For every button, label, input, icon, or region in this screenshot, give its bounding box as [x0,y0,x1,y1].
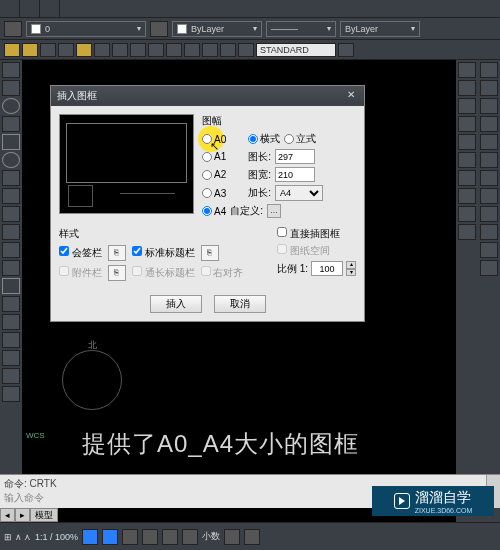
tool-hatch-icon[interactable] [2,188,20,204]
linetype-dropdown[interactable]: ———▾ [266,21,336,37]
status-btn[interactable] [224,529,240,545]
tool-pline-icon[interactable] [2,80,20,96]
custom-browse-button[interactable]: … [267,204,281,218]
mod-icon[interactable] [458,98,476,114]
view-compass[interactable]: 北 [62,350,122,410]
mod-icon[interactable] [480,170,498,186]
tool-region-icon[interactable] [2,278,20,294]
tool-arc-icon[interactable] [2,116,20,132]
radio-a2[interactable]: A2 [202,169,226,180]
tool-icon[interactable] [112,43,128,57]
cb-direct-insert[interactable]: 直接插图框 [277,227,356,241]
tool-text-icon[interactable] [2,224,20,240]
cb-paper-space[interactable]: 图纸空间 [277,244,356,258]
tool-icon[interactable] [2,296,20,312]
tool-line-icon[interactable] [2,62,20,78]
radio-vertical[interactable]: 立式 [284,132,316,146]
cb-signature[interactable]: 会签栏 [59,246,102,260]
mod-icon[interactable] [458,134,476,150]
tool-icon[interactable] [4,43,20,57]
mod-icon[interactable] [480,242,498,258]
color-dropdown[interactable]: ByLayer▾ [172,21,262,37]
scale-spinner[interactable]: ▴▾ [346,261,356,276]
mod-icon[interactable] [458,80,476,96]
extend-select[interactable]: A4 [275,185,323,201]
length-input[interactable] [275,149,315,164]
dialog-titlebar[interactable]: 插入图框 ✕ [51,86,364,106]
scale-input[interactable] [311,261,343,276]
tool-spline-icon[interactable] [2,170,20,186]
status-btn[interactable] [82,529,98,545]
tool-icon[interactable] [58,43,74,57]
tool-icon[interactable] [2,350,20,366]
status-btn[interactable] [162,529,178,545]
status-btn[interactable] [122,529,138,545]
tool-icon[interactable] [40,43,56,57]
mod-icon[interactable] [480,62,498,78]
mod-icon[interactable] [458,152,476,168]
cb-right-align[interactable]: 右对齐 [201,266,244,280]
radio-horizontal[interactable]: 横式 [248,132,280,146]
tool-icon[interactable] [338,43,354,57]
insert-button[interactable]: 插入 [150,295,202,313]
mod-icon[interactable] [480,260,498,276]
layer-icon[interactable] [4,21,22,37]
close-icon[interactable]: ✕ [344,89,358,103]
mod-icon[interactable] [458,188,476,204]
tool-icon[interactable] [2,386,20,402]
lineweight-dropdown[interactable]: ByLayer▾ [340,21,420,37]
tool-icon[interactable] [238,43,254,57]
tool-icon[interactable] [202,43,218,57]
tool-icon[interactable] [220,43,236,57]
status-btn[interactable] [142,529,158,545]
std-browse-button[interactable]: ⎘ [201,245,219,261]
tool-rect-icon[interactable] [2,134,20,150]
tool-icon[interactable] [184,43,200,57]
tool-icon[interactable] [166,43,182,57]
status-btn[interactable] [244,529,260,545]
tool-icon[interactable] [22,43,38,57]
mod-icon[interactable] [480,224,498,240]
tool-circle-icon[interactable] [2,98,20,114]
tool-icon[interactable] [148,43,164,57]
status-btn[interactable] [102,529,118,545]
mod-icon[interactable] [458,224,476,240]
mod-icon[interactable] [458,62,476,78]
mod-icon[interactable] [480,98,498,114]
tab-nav-right[interactable]: ▸ [15,508,30,522]
tab-model[interactable]: 模型 [30,508,58,522]
tool-icon[interactable] [130,43,146,57]
att-browse-button[interactable]: ⎘ [108,265,126,281]
mod-icon[interactable] [480,188,498,204]
tool-icon[interactable] [76,43,92,57]
tab-nav-left[interactable]: ◂ [0,508,15,522]
mod-icon[interactable] [480,116,498,132]
tool-table-icon[interactable] [2,260,20,276]
mod-icon[interactable] [480,152,498,168]
tool-icon[interactable] [2,332,20,348]
cb-standard-title[interactable]: 标准标题栏 [132,246,195,260]
cb-attachment[interactable]: 附件栏 [59,266,102,280]
radio-a3[interactable]: A3 [202,188,226,199]
cb-long-title[interactable]: 通长标题栏 [132,266,195,280]
mod-icon[interactable] [480,134,498,150]
mod-icon[interactable] [458,116,476,132]
tool-point-icon[interactable] [2,206,20,222]
width-input[interactable] [275,167,315,182]
snap-icons[interactable]: ⊞ ∧ ⋏ [4,532,31,542]
tool-block-icon[interactable] [2,242,20,258]
mod-icon[interactable] [480,206,498,222]
sig-browse-button[interactable]: ⎘ [108,245,126,261]
status-btn[interactable] [182,529,198,545]
layer-btn[interactable] [150,21,168,37]
radio-a4[interactable]: A4 [202,206,226,217]
standard-dropdown[interactable]: STANDARD [256,43,336,57]
mod-icon[interactable] [458,170,476,186]
mod-icon[interactable] [480,80,498,96]
cancel-button[interactable]: 取消 [214,295,266,313]
mod-icon[interactable] [458,206,476,222]
tool-icon[interactable] [2,368,20,384]
tool-icon[interactable] [2,314,20,330]
tool-ellipse-icon[interactable] [2,152,20,168]
tool-icon[interactable] [94,43,110,57]
